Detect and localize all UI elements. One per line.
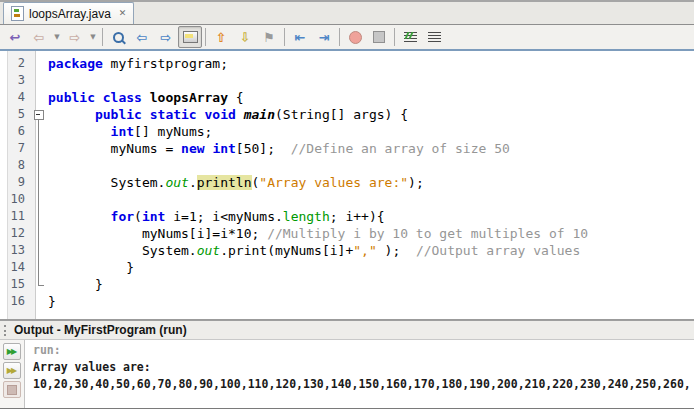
- uncomment-button[interactable]: [422, 26, 446, 48]
- code-line[interactable]: 11for(int i=1; i<myNums.length; i++){: [0, 208, 694, 225]
- tab-loopsarray-java[interactable]: loopsArray.java ✕: [3, 2, 134, 24]
- line-number: 7: [0, 140, 31, 157]
- code-line[interactable]: 12myNums[i]=i*10; //Multiply i by 10 to …: [0, 225, 694, 242]
- code-token-kw: int: [111, 124, 134, 139]
- code-token-cm: //Multiply i by 10 to get multiples of 1…: [267, 226, 588, 241]
- code-token-pl: (: [134, 209, 142, 224]
- prev-occurrence-icon: ⇦: [137, 31, 148, 44]
- rerun-with-changes-button[interactable]: ▶▶: [3, 362, 21, 379]
- fold-margin: [31, 55, 48, 72]
- editor-tab-bar: loopsArray.java ✕: [0, 0, 694, 25]
- code-line[interactable]: 13System.out.print(myNums[i]+"," ); //Ou…: [0, 242, 694, 259]
- find-selection-icon: [113, 32, 124, 43]
- fold-margin: [31, 208, 48, 225]
- ide-window: loopsArray.java ✕ ↩⇦▼⇨▼⇦⇨⇧⇩⚑⇤⇥ 2package …: [0, 0, 694, 409]
- line-number: 3: [0, 72, 31, 89]
- fold-margin: [31, 140, 48, 157]
- code-line[interactable]: 3: [0, 72, 694, 89]
- line-number: 5: [0, 106, 31, 123]
- shift-right-button[interactable]: ⇥: [312, 26, 336, 48]
- code-line[interactable]: 9System.out.println("Array values are:")…: [0, 174, 694, 191]
- code-line[interactable]: 10: [0, 191, 694, 208]
- shift-right-icon: ⇥: [319, 31, 330, 44]
- code-text: System.out.print(myNums[i]+"," ); //Outp…: [48, 242, 694, 259]
- code-line[interactable]: 5public static void main(String[] args) …: [0, 106, 694, 123]
- fold-margin: [31, 191, 48, 208]
- forward-button[interactable]: ⇨: [63, 26, 87, 48]
- macro-record-button[interactable]: [343, 26, 367, 48]
- code-editor[interactable]: 2package myfirstprogram;34public class l…: [0, 51, 694, 320]
- toolbar-separator: [339, 28, 340, 46]
- output-console[interactable]: run:Array values are:10,20,30,40,50,60,7…: [25, 340, 694, 408]
- code-token-pl: System.: [111, 175, 166, 190]
- line-number: 9: [0, 174, 31, 191]
- code-token-str: ",": [353, 243, 376, 258]
- macro-stop-button[interactable]: [367, 26, 391, 48]
- code-text: }: [48, 259, 694, 276]
- rerun-with-changes-icon: ▶▶: [7, 367, 17, 375]
- rerun-button[interactable]: ▶▶: [3, 343, 21, 360]
- fold-margin: [31, 89, 48, 106]
- code-line[interactable]: 7myNums = new int[50]; //Define an array…: [0, 140, 694, 157]
- toggle-highlight-button[interactable]: [178, 26, 202, 48]
- next-bookmark-button[interactable]: ⇩: [233, 26, 257, 48]
- code-token-pl: .: [189, 175, 197, 190]
- code-text: myNums[i]=i*10; //Multiply i by 10 to ge…: [48, 225, 694, 242]
- forward-dropdown-button[interactable]: ▼: [87, 26, 99, 48]
- line-number: 4: [0, 89, 31, 106]
- code-token-str: "Array values are:": [259, 175, 408, 190]
- next-occurrence-button[interactable]: ⇨: [154, 26, 178, 48]
- code-line[interactable]: 8: [0, 157, 694, 174]
- fold-margin: [31, 293, 48, 310]
- toggle-bookmark-icon: ⚑: [263, 31, 275, 44]
- find-selection-button[interactable]: [106, 26, 130, 48]
- shift-left-icon: ⇤: [295, 31, 306, 44]
- output-panel-header: Output - MyFirstProgram (run): [0, 320, 694, 340]
- java-file-icon: [11, 6, 24, 21]
- code-token-pl: i=1; i<myNums.: [165, 209, 282, 224]
- prev-occurrence-button[interactable]: ⇦: [130, 26, 154, 48]
- code-line[interactable]: 2package myfirstprogram;: [0, 55, 694, 72]
- code-token-pl: }: [95, 277, 103, 292]
- code-token-kw: for: [111, 209, 134, 224]
- output-action-strip: ▶▶▶▶: [0, 340, 25, 408]
- forward-icon: ⇨: [70, 31, 81, 44]
- tab-label: loopsArray.java: [29, 7, 111, 21]
- code-text: }: [48, 293, 694, 310]
- code-line[interactable]: 6int[] myNums;: [0, 123, 694, 140]
- code-fold-toggle[interactable]: [31, 106, 48, 123]
- code-text: [48, 72, 694, 89]
- code-token-pl: }: [126, 260, 134, 275]
- output-panel-title: Output - MyFirstProgram (run): [14, 323, 187, 337]
- code-token-mth: main: [236, 107, 275, 122]
- jump-last-edit-button[interactable]: ↩: [3, 26, 27, 48]
- code-token-kw: public static void: [95, 107, 236, 122]
- line-number: 2: [0, 55, 31, 72]
- code-line[interactable]: 14}: [0, 259, 694, 276]
- code-token-fldi: out: [197, 243, 220, 258]
- comment-button[interactable]: [398, 26, 422, 48]
- tab-close-icon[interactable]: ✕: [119, 9, 127, 18]
- code-line[interactable]: 15}: [0, 276, 694, 293]
- back-icon: ⇦: [34, 31, 45, 44]
- prev-bookmark-button[interactable]: ⇧: [209, 26, 233, 48]
- code-text: System.out.println("Array values are:");: [48, 174, 694, 191]
- code-line[interactable]: 16}: [0, 293, 694, 310]
- back-dropdown-button[interactable]: ▼: [51, 26, 63, 48]
- code-token-pl: [50];: [236, 141, 291, 156]
- shift-left-button[interactable]: ⇤: [288, 26, 312, 48]
- line-number: 6: [0, 123, 31, 140]
- code-text: for(int i=1; i<myNums.length; i++){: [48, 208, 694, 225]
- output-line: 10,20,30,40,50,60,70,80,90,100,110,120,1…: [33, 376, 694, 393]
- line-number: 15: [0, 276, 31, 293]
- code-token-kw: int: [142, 209, 165, 224]
- stop-button: [3, 381, 21, 398]
- toggle-bookmark-button[interactable]: ⚑: [257, 26, 281, 48]
- panel-drag-grip[interactable]: [4, 325, 8, 336]
- forward-dropdown-icon: ▼: [90, 34, 95, 41]
- back-button[interactable]: ⇦: [27, 26, 51, 48]
- fold-margin: [31, 259, 48, 276]
- line-number: 11: [0, 208, 31, 225]
- macro-stop-icon: [373, 31, 385, 43]
- code-line[interactable]: 4public class loopsArray {: [0, 89, 694, 106]
